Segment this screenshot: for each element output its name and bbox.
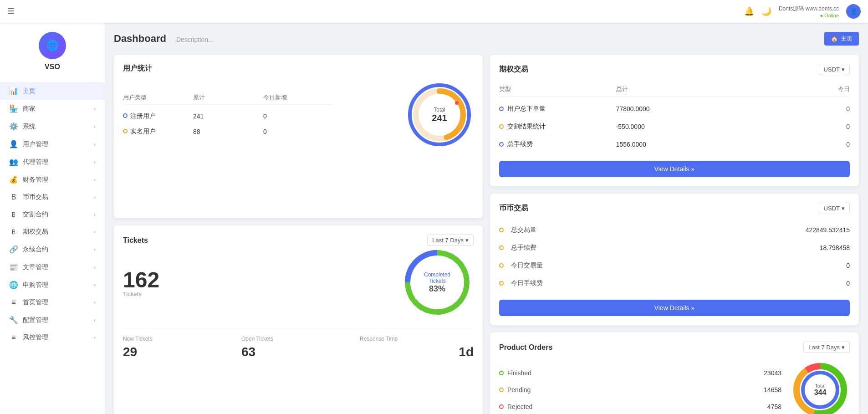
- futures-view-details-btn[interactable]: View Details »: [499, 161, 850, 177]
- stats-row-registered: 注册用户 241 0: [123, 108, 333, 124]
- merchant-icon: 🏪: [9, 104, 18, 113]
- spot-row-3-label: 今日手续费: [511, 279, 543, 287]
- purchase-icon: 🌐: [9, 281, 18, 289]
- sidebar-item-purchase[interactable]: 🌐 申购管理 ‹: [0, 276, 105, 294]
- home-btn-label: 主页: [841, 35, 853, 43]
- futures-row-1-today: 0: [733, 123, 850, 130]
- system-arrow: ‹: [94, 123, 96, 130]
- tickets-left: 162 Tickets: [123, 267, 392, 297]
- merchant-arrow: ‹: [94, 106, 96, 112]
- brand-name: VSO: [45, 63, 60, 71]
- orders-dropdown-btn[interactable]: Last 7 Days ▾: [803, 342, 850, 353]
- home-button[interactable]: 🏠 主页: [824, 32, 859, 46]
- orders-list: Finished 23043 Pending 14658: [499, 365, 781, 414]
- sidebar-item-users[interactable]: 👤 用户管理 ‹: [0, 135, 105, 153]
- progress-pct: 83%: [419, 284, 455, 294]
- sidebar-item-agents[interactable]: 👥 代理管理 ‹: [0, 153, 105, 171]
- circular-progress-container: Completed Tickets 83%: [401, 246, 474, 319]
- order-row-finished-left: Finished: [499, 369, 531, 377]
- futures-currency-btn[interactable]: USDT ▾: [819, 64, 850, 75]
- sidebar-item-config[interactable]: 🔧 配置管理 ‹: [0, 311, 105, 329]
- tickets-content: 162 Tickets Completed Ti: [123, 246, 474, 319]
- articles-icon: 📰: [9, 263, 18, 271]
- sidebar-item-futures[interactable]: ₿ 交割合约 ‹: [0, 206, 105, 223]
- tickets-card: Tickets Last 7 Days ▾ 162 Tickets: [114, 225, 483, 414]
- order-row-pending-left: Pending: [499, 386, 531, 394]
- orders-donut: Total 344: [791, 360, 850, 414]
- order-row-rejected-left: Rejected: [499, 403, 532, 410]
- sidebar-item-finance[interactable]: 💰 财务管理 ‹: [0, 171, 105, 189]
- spot-row-2-left: 今日交易量: [499, 261, 543, 270]
- sidebar-item-merchant[interactable]: 🏪 商家 ‹: [0, 100, 105, 118]
- spot-row-2: 今日交易量 0: [499, 257, 850, 275]
- sidebar-item-home[interactable]: 📊 主页: [0, 82, 105, 100]
- futures-trading-table: 类型 总计 今日 用户总下单量 77800.0000 0: [499, 82, 850, 153]
- sidebar-label-system: 系统: [23, 123, 94, 131]
- menu-toggle[interactable]: ☰: [7, 6, 15, 16]
- sidebar-label-config: 配置管理: [23, 316, 94, 324]
- system-icon: ⚙️: [9, 122, 18, 131]
- rejected-label: Rejected: [507, 403, 532, 410]
- futures-row-0-today: 0: [733, 105, 850, 112]
- homepage-icon: ≡: [9, 298, 18, 307]
- sidebar-item-spot[interactable]: B 币币交易 ‹: [0, 189, 105, 206]
- sidebar-item-homepage[interactable]: ≡ 首页管理 ‹: [0, 294, 105, 311]
- orders-dropdown-arrow: ▾: [842, 344, 845, 351]
- sidebar-item-risk[interactable]: ≡ 风控管理 ‹: [0, 329, 105, 346]
- stats-table: 用户类型 累计 今日新增 注册用户 241 0: [123, 91, 333, 139]
- top-header: ☰ 🔔 🌙 Donts源码 www.donts.cc ● Online 👤: [0, 0, 868, 23]
- futures-header: 期权交易 USDT ▾: [499, 64, 850, 75]
- registered-today: 0: [263, 112, 333, 120]
- spot-header: 币币交易 USDT ▾: [499, 203, 850, 214]
- user-info: Donts源码 www.donts.cc ● Online: [779, 5, 839, 18]
- dot-registered: [123, 113, 128, 118]
- order-row-finished: Finished 23043: [499, 365, 781, 382]
- rejected-value: 4758: [767, 403, 781, 410]
- users-icon: 👤: [9, 140, 18, 148]
- futures-currency-arrow: ▾: [842, 66, 845, 73]
- donut-label: Total: [432, 107, 447, 113]
- futures-arrow: ‹: [94, 211, 96, 218]
- futures-row-0: 用户总下单量 77800.0000 0: [499, 100, 850, 118]
- spot-title: 币币交易: [499, 204, 528, 213]
- new-tickets-value: 29: [123, 345, 237, 359]
- sidebar: 🌐 VSO 📊 主页 🏪 商家 ‹ ⚙️ 系统 ‹ 👤 用户管理 ‹ 👥 代理管…: [0, 23, 105, 414]
- sidebar-item-options[interactable]: ₿ 期权交易 ‹: [0, 223, 105, 240]
- sidebar-item-articles[interactable]: 📰 文章管理 ‹: [0, 258, 105, 276]
- donut-center: Total 241: [432, 107, 447, 123]
- verified-today: 0: [263, 128, 333, 135]
- tickets-title: Tickets: [123, 236, 148, 245]
- spot-row-0-value: 422849.532415: [806, 226, 850, 234]
- spot-dot-0: [499, 228, 504, 232]
- futures-row-2: 总手续费 1556.0000 0: [499, 136, 850, 153]
- sidebar-label-risk: 风控管理: [23, 333, 94, 342]
- stats-row-verified: 实名用户 88 0: [123, 124, 333, 139]
- users-arrow: ‹: [94, 141, 96, 148]
- spot-dot-3: [499, 281, 504, 286]
- sidebar-item-perpetual[interactable]: 🔗 永续合约 ‹: [0, 240, 105, 258]
- futures-icon: ₿: [9, 210, 18, 219]
- spot-row-3-value: 0: [846, 280, 850, 287]
- notification-icon[interactable]: 🔔: [744, 6, 754, 16]
- futures-col-today: 今日: [733, 85, 850, 93]
- open-tickets-stat: Open Tickets 63: [241, 336, 355, 359]
- user-stats-header: 用户统计: [123, 64, 474, 73]
- user-name: Donts源码 www.donts.cc: [779, 5, 839, 13]
- tickets-dropdown-btn[interactable]: Last 7 Days ▾: [427, 235, 474, 246]
- futures-col-total: 总计: [616, 85, 733, 93]
- spot-view-details-btn[interactable]: View Details »: [499, 300, 850, 316]
- spot-currency-btn[interactable]: USDT ▾: [819, 203, 850, 214]
- futures-dot-2: [499, 142, 504, 147]
- stats-header-row: 用户类型 累计 今日新增: [123, 91, 333, 105]
- verified-label: 实名用户: [123, 128, 193, 136]
- sidebar-label-finance: 财务管理: [23, 176, 94, 184]
- new-tickets-label: New Tickets: [123, 336, 237, 342]
- spot-row-0: 总交易量 422849.532415: [499, 221, 850, 239]
- futures-row-1: 交割结果统计 -550.0000 0: [499, 118, 850, 136]
- sidebar-item-system[interactable]: ⚙️ 系统 ‹: [0, 118, 105, 135]
- spot-icon: B: [9, 193, 18, 201]
- dark-mode-icon[interactable]: 🌙: [761, 6, 771, 16]
- sidebar-logo: 🌐 VSO: [0, 32, 105, 71]
- avatar[interactable]: 👤: [846, 4, 861, 19]
- dot-pending: [499, 388, 504, 392]
